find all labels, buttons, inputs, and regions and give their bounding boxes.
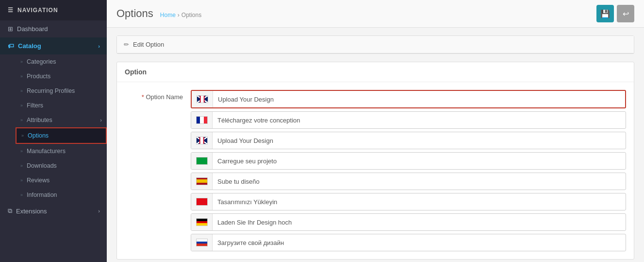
flag-br-icon bbox=[196, 157, 208, 165]
flag-button-en[interactable] bbox=[192, 91, 213, 107]
option-name-input-en2[interactable] bbox=[213, 134, 626, 147]
option-name-entry-es bbox=[191, 173, 626, 190]
sidebar-item-recurring-profiles[interactable]: » Recurring Profiles bbox=[16, 84, 107, 98]
sidebar-item-information[interactable]: » Information bbox=[16, 188, 107, 202]
dot-icon: » bbox=[20, 192, 23, 197]
menu-icon: ☰ bbox=[8, 7, 14, 14]
topbar: Options Home › Options 💾 ↩ bbox=[107, 0, 644, 28]
pencil-icon: ✏ bbox=[124, 41, 129, 48]
save-button[interactable]: 💾 bbox=[596, 5, 614, 22]
sidebar: ☰ NAVIGATION ⊞ Dashboard 🏷 Catalog › » C… bbox=[0, 0, 107, 262]
required-star: * bbox=[142, 93, 144, 101]
sidebar-item-manufacturers[interactable]: » Manufacturers bbox=[16, 144, 107, 158]
topbar-left: Options Home › Options bbox=[116, 7, 201, 20]
sidebar-item-reviews[interactable]: » Reviews bbox=[16, 173, 107, 188]
dot-icon: » bbox=[20, 149, 23, 154]
main-content: Options Home › Options 💾 ↩ ✏ Edit Option bbox=[107, 0, 644, 262]
topbar-actions: 💾 ↩ bbox=[596, 5, 634, 22]
option-name-entry-en2 bbox=[191, 132, 626, 149]
option-name-input-es[interactable] bbox=[213, 175, 626, 188]
sidebar-item-dashboard[interactable]: ⊞ Dashboard bbox=[0, 20, 107, 37]
attributes-chevron-icon: › bbox=[100, 117, 102, 123]
breadcrumb-current: Options bbox=[182, 12, 201, 18]
flag-gb-icon bbox=[197, 95, 208, 103]
option-name-input-pt[interactable] bbox=[213, 155, 626, 168]
flag-button-pt[interactable] bbox=[191, 153, 213, 169]
flag-button-de[interactable] bbox=[191, 214, 213, 230]
option-name-input-fr[interactable] bbox=[213, 114, 626, 127]
option-name-entry-de bbox=[191, 213, 626, 231]
option-name-entry-en bbox=[191, 90, 626, 108]
flag-de-icon bbox=[196, 218, 208, 226]
sidebar-item-downloads[interactable]: » Downloads bbox=[16, 158, 107, 173]
breadcrumb-home[interactable]: Home bbox=[160, 12, 176, 18]
option-name-entry-pt bbox=[191, 152, 626, 170]
dot-icon: » bbox=[20, 88, 23, 93]
flag-button-en2[interactable] bbox=[191, 132, 213, 149]
dot-icon: » bbox=[20, 103, 23, 108]
save-icon: 💾 bbox=[600, 9, 610, 18]
flag-button-fr[interactable] bbox=[191, 112, 213, 128]
nav-header: ☰ NAVIGATION bbox=[0, 0, 107, 20]
flag-tr-icon bbox=[196, 198, 208, 206]
flag-es-icon bbox=[196, 177, 208, 185]
sidebar-item-categories[interactable]: » Categories bbox=[16, 54, 107, 69]
flag-fr-icon bbox=[196, 116, 208, 124]
catalog-chevron-icon: › bbox=[98, 43, 100, 49]
option-name-input-de[interactable] bbox=[213, 216, 626, 229]
extensions-chevron-icon: › bbox=[98, 208, 100, 214]
dot-icon: » bbox=[20, 118, 23, 122]
dot-icon: » bbox=[20, 74, 23, 79]
sidebar-item-products[interactable]: » Products bbox=[16, 69, 107, 84]
sidebar-item-filters[interactable]: » Filters bbox=[16, 98, 107, 113]
flag-button-ru[interactable] bbox=[191, 234, 213, 251]
dot-icon: » bbox=[21, 133, 24, 138]
option-name-entry-ru bbox=[191, 234, 626, 251]
dashboard-icon: ⊞ bbox=[8, 25, 13, 33]
catalog-submenu: » Categories » Products » Recurring Prof… bbox=[0, 54, 107, 202]
back-icon: ↩ bbox=[623, 9, 629, 18]
sidebar-item-catalog[interactable]: 🏷 Catalog › bbox=[0, 37, 107, 54]
option-name-input-tr[interactable] bbox=[213, 195, 626, 209]
back-button[interactable]: ↩ bbox=[617, 5, 634, 22]
option-name-fields bbox=[191, 90, 626, 251]
breadcrumb-separator: › bbox=[178, 12, 180, 18]
edit-option-heading: ✏ Edit Option bbox=[117, 36, 634, 53]
dot-icon: » bbox=[20, 178, 23, 183]
breadcrumb: Home › Options bbox=[160, 12, 201, 18]
flag-button-es[interactable] bbox=[191, 173, 213, 190]
page-title: Options bbox=[116, 7, 153, 20]
option-name-input-en[interactable] bbox=[213, 93, 625, 106]
option-name-entry-fr bbox=[191, 111, 626, 129]
option-name-entry-tr bbox=[191, 193, 626, 210]
edit-option-panel: ✏ Edit Option bbox=[116, 35, 634, 54]
sidebar-item-extensions[interactable]: ⧉ Extensions › bbox=[0, 202, 107, 220]
option-name-row: * Option Name bbox=[125, 90, 626, 251]
tag-icon: 🏷 bbox=[8, 42, 14, 50]
option-name-input-ru[interactable] bbox=[213, 236, 626, 249]
sidebar-item-attributes[interactable]: » Attributes › bbox=[16, 113, 107, 127]
sidebar-item-options[interactable]: » Options bbox=[16, 127, 107, 144]
page-content: ✏ Edit Option Option * Option Name bbox=[107, 28, 644, 262]
option-name-label: * Option Name bbox=[125, 90, 183, 101]
option-section: Option * Option Name bbox=[116, 62, 634, 260]
dot-icon: » bbox=[20, 59, 23, 64]
dot-icon: » bbox=[20, 163, 23, 168]
option-form: * Option Name bbox=[117, 82, 634, 259]
flag-button-tr[interactable] bbox=[191, 193, 213, 210]
extensions-icon: ⧉ bbox=[8, 207, 12, 215]
option-section-title: Option bbox=[117, 62, 634, 82]
flag-gb2-icon bbox=[196, 137, 208, 144]
flag-ru-icon bbox=[196, 239, 208, 246]
